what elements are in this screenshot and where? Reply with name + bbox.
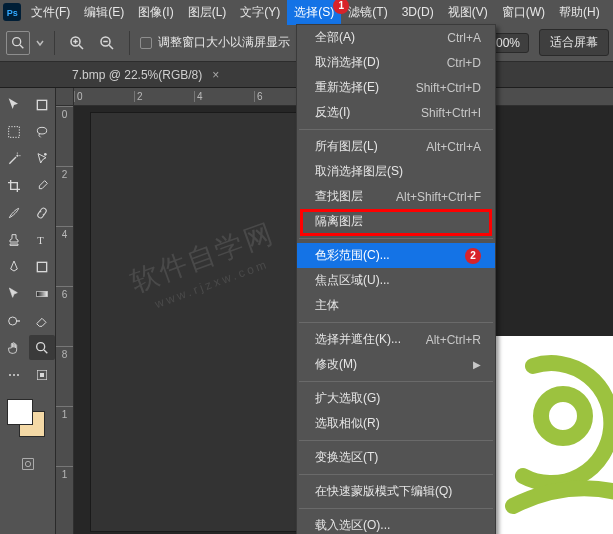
annotation-badge-2: 2 xyxy=(465,248,481,264)
menu-item-label: 取消选择图层(S) xyxy=(315,163,403,180)
menu-item-C[interactable]: 色彩范围(C)...2 xyxy=(297,243,495,268)
menu-shortcut: Ctrl+D xyxy=(447,56,481,70)
svg-line-7 xyxy=(79,45,83,49)
gradient-tool-icon[interactable] xyxy=(29,281,55,306)
foreground-color-swatch[interactable] xyxy=(7,399,33,425)
lasso-tool-icon[interactable] xyxy=(29,119,55,144)
menu-item-Q[interactable]: 在快速蒙版模式下编辑(Q) xyxy=(297,479,495,504)
ruler-tick: 4 xyxy=(56,226,73,286)
svg-line-14 xyxy=(9,157,16,164)
dodge-tool-icon[interactable] xyxy=(1,308,27,333)
path-select-tool-icon[interactable] xyxy=(1,281,27,306)
more-tools-icon[interactable] xyxy=(1,362,27,387)
document-tab-title: 7.bmp @ 22.5%(RGB/8) xyxy=(72,68,202,82)
menu-file[interactable]: 文件(F) xyxy=(24,0,77,25)
color-swatches[interactable] xyxy=(5,397,51,443)
menu-item-[interactable]: 查找图层Alt+Shift+Ctrl+F xyxy=(297,184,495,209)
menu-item-label: 修改(M) xyxy=(315,356,357,373)
svg-point-2 xyxy=(13,37,21,45)
menu-3d[interactable]: 3D(D) xyxy=(395,1,441,23)
stamp-tool-icon[interactable] xyxy=(1,227,27,252)
menu-item-label: 重新选择(E) xyxy=(315,79,379,96)
menu-view[interactable]: 视图(V) xyxy=(441,0,495,25)
document-tab[interactable]: 7.bmp @ 22.5%(RGB/8) × xyxy=(62,63,229,87)
marquee-tool-icon[interactable] xyxy=(1,119,27,144)
svg-rect-34 xyxy=(22,458,33,469)
magic-wand-tool-icon[interactable] xyxy=(1,146,27,171)
crop-tool-icon[interactable] xyxy=(1,173,27,198)
svg-rect-23 xyxy=(37,262,46,271)
menu-item-M[interactable]: 修改(M)▶ xyxy=(297,352,495,377)
menu-item-[interactable]: 隔离图层 xyxy=(297,209,495,234)
chevron-down-icon[interactable] xyxy=(36,38,44,48)
healing-tool-icon[interactable] xyxy=(29,200,55,225)
svg-point-15 xyxy=(16,154,18,156)
menu-item-label: 全部(A) xyxy=(315,29,355,46)
menu-window[interactable]: 窗口(W) xyxy=(495,0,552,25)
eyedropper-tool-icon[interactable] xyxy=(29,173,55,198)
menu-item-label: 载入选区(O)... xyxy=(315,517,390,534)
menu-type[interactable]: 文字(Y) xyxy=(233,0,287,25)
svg-point-35 xyxy=(25,461,30,466)
fit-screen-button[interactable]: 适合屏幕 xyxy=(539,29,609,56)
menu-separator xyxy=(299,322,493,323)
menu-separator xyxy=(299,381,493,382)
menu-item-A[interactable]: 全部(A)Ctrl+A xyxy=(297,25,495,50)
quick-select-tool-icon[interactable] xyxy=(29,146,55,171)
menu-item-label: 取消选择(D) xyxy=(315,54,380,71)
menu-item-R[interactable]: 选取相似(R) xyxy=(297,411,495,436)
menu-edit[interactable]: 编辑(E) xyxy=(77,0,131,25)
menu-item-G[interactable]: 扩大选取(G) xyxy=(297,386,495,411)
brush-tool-icon[interactable] xyxy=(1,200,27,225)
ruler-tick: 0 xyxy=(56,106,73,166)
menu-separator xyxy=(299,238,493,239)
menu-bar: Ps 文件(F) 编辑(E) 图像(I) 图层(L) 文字(Y) 选择(S) 1… xyxy=(0,0,613,24)
zoom-in-icon[interactable] xyxy=(65,31,89,55)
eraser-tool-icon[interactable] xyxy=(29,308,55,333)
menu-select[interactable]: 选择(S) 1 xyxy=(287,0,341,25)
svg-rect-11 xyxy=(37,100,46,109)
menu-filter[interactable]: 滤镜(T) xyxy=(341,0,394,25)
menu-item-L[interactable]: 所有图层(L)Alt+Ctrl+A xyxy=(297,134,495,159)
menu-item-E[interactable]: 重新选择(E)Shift+Ctrl+D xyxy=(297,75,495,100)
menu-item-U[interactable]: 焦点区域(U)... xyxy=(297,268,495,293)
text-tool-icon[interactable]: T xyxy=(29,227,55,252)
svg-point-36 xyxy=(541,394,585,438)
zoom-tool-icon[interactable] xyxy=(29,335,55,360)
svg-rect-12 xyxy=(8,126,19,137)
svg-rect-19 xyxy=(36,207,46,219)
pen-tool-icon[interactable] xyxy=(1,254,27,279)
menu-item-T[interactable]: 变换选区(T) xyxy=(297,445,495,470)
menu-item-O[interactable]: 载入选区(O)... xyxy=(297,513,495,534)
menu-item-S[interactable]: 取消选择图层(S) xyxy=(297,159,495,184)
svg-point-25 xyxy=(8,317,16,325)
ruler-corner xyxy=(56,88,74,106)
menu-item-label: 在快速蒙版模式下编辑(Q) xyxy=(315,483,452,500)
hand-tool-icon[interactable] xyxy=(1,335,27,360)
menu-item-[interactable]: 主体 xyxy=(297,293,495,318)
toolbox: T xyxy=(0,88,56,534)
close-tab-icon[interactable]: × xyxy=(212,68,219,82)
zoom-tool-preset-icon[interactable] xyxy=(6,31,30,55)
menu-layer[interactable]: 图层(L) xyxy=(181,0,234,25)
quick-mask-icon[interactable] xyxy=(15,451,41,476)
move-tool-icon[interactable] xyxy=(1,92,27,117)
zoom-out-icon[interactable] xyxy=(95,31,119,55)
menu-help[interactable]: 帮助(H) xyxy=(552,0,607,25)
canvas[interactable] xyxy=(90,112,320,532)
svg-rect-33 xyxy=(40,373,44,377)
resize-window-checkbox[interactable] xyxy=(140,37,152,49)
menu-item-K[interactable]: 选择并遮住(K)...Alt+Ctrl+R xyxy=(297,327,495,352)
svg-text:Ps: Ps xyxy=(7,8,18,18)
artboard-tool-icon[interactable] xyxy=(29,92,55,117)
menu-image[interactable]: 图像(I) xyxy=(131,0,180,25)
menu-item-I[interactable]: 反选(I)Shift+Ctrl+I xyxy=(297,100,495,125)
menu-shortcut: Ctrl+A xyxy=(447,31,481,45)
menu-separator xyxy=(299,440,493,441)
menu-item-label: 焦点区域(U)... xyxy=(315,272,390,289)
svg-line-28 xyxy=(44,350,47,353)
select-menu-dropdown: 全部(A)Ctrl+A取消选择(D)Ctrl+D重新选择(E)Shift+Ctr… xyxy=(296,24,496,534)
menu-item-D[interactable]: 取消选择(D)Ctrl+D xyxy=(297,50,495,75)
shape-tool-icon[interactable] xyxy=(29,254,55,279)
edit-toolbar-icon[interactable] xyxy=(29,362,55,387)
